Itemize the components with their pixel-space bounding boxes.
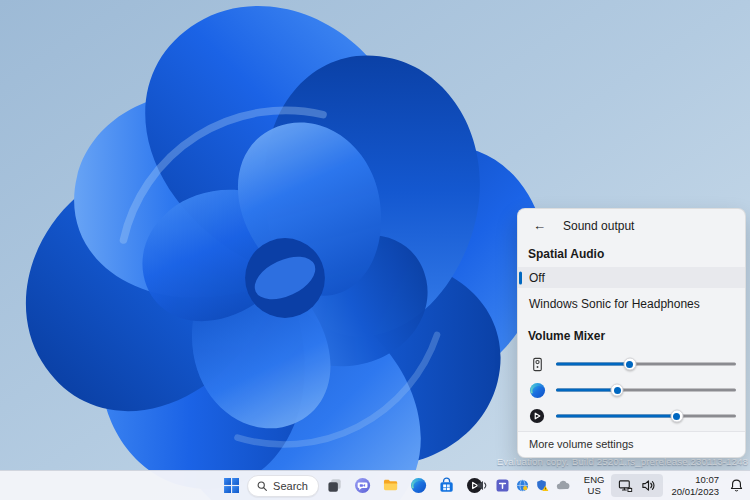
audio-app-tray-icon[interactable] bbox=[476, 479, 489, 492]
network-icon bbox=[618, 478, 633, 493]
teams-tray-icon[interactable] bbox=[496, 479, 509, 492]
clock[interactable]: 10:07 20/01/2023 bbox=[664, 474, 725, 497]
edge-button[interactable] bbox=[407, 474, 431, 498]
windows-logo-icon bbox=[224, 478, 239, 493]
option-label: Off bbox=[529, 271, 545, 285]
flyout-title: Sound output bbox=[563, 219, 634, 233]
globe-tray-icon[interactable] bbox=[516, 479, 529, 492]
chat-icon bbox=[354, 477, 371, 494]
security-warning-tray-icon[interactable] bbox=[536, 479, 549, 492]
onedrive-cloud-tray-icon[interactable] bbox=[556, 479, 570, 492]
language-indicator[interactable]: ENG US bbox=[578, 475, 611, 497]
language-line1: ENG bbox=[584, 475, 605, 486]
system-volume-slider[interactable] bbox=[556, 357, 736, 371]
quick-settings-button[interactable] bbox=[611, 474, 663, 497]
back-icon[interactable]: ← bbox=[531, 218, 548, 233]
speaker-device-icon bbox=[528, 355, 546, 373]
bell-icon bbox=[729, 478, 744, 493]
edge-icon bbox=[410, 477, 427, 494]
chat-button[interactable] bbox=[351, 474, 375, 498]
volume-mixer bbox=[518, 349, 745, 429]
slider-fill bbox=[556, 389, 617, 392]
task-view-button[interactable] bbox=[323, 474, 347, 498]
more-volume-settings-link[interactable]: More volume settings bbox=[518, 431, 745, 457]
slider-thumb[interactable] bbox=[611, 384, 624, 397]
sound-output-flyout: ← Sound output Spatial Audio Off Windows… bbox=[517, 208, 746, 458]
slider-fill bbox=[556, 415, 677, 418]
taskbar-center-icons: Search bbox=[219, 471, 487, 500]
file-explorer-folder-icon bbox=[382, 477, 399, 494]
search-icon bbox=[256, 480, 268, 492]
mixer-row-edge bbox=[518, 377, 745, 403]
clock-date: 20/01/2023 bbox=[671, 486, 719, 497]
start-button[interactable] bbox=[219, 474, 243, 498]
slider-fill bbox=[556, 363, 630, 366]
task-view-icon bbox=[326, 477, 343, 494]
microsoft-store-icon bbox=[438, 477, 455, 494]
taskbar: Search bbox=[0, 470, 750, 500]
language-line2: US bbox=[584, 486, 605, 497]
search-label: Search bbox=[273, 480, 308, 492]
volume-mixer-heading: Volume Mixer bbox=[518, 319, 745, 349]
mixer-row-system bbox=[518, 351, 745, 377]
spatial-audio-option-off[interactable]: Off bbox=[518, 267, 745, 288]
notification-center-button[interactable] bbox=[726, 474, 746, 498]
tray-hidden-icons bbox=[474, 479, 577, 492]
media-player-icon bbox=[528, 407, 546, 425]
file-explorer-button[interactable] bbox=[379, 474, 403, 498]
edge-icon bbox=[528, 381, 546, 399]
clock-time: 10:07 bbox=[671, 474, 719, 485]
microsoft-store-button[interactable] bbox=[435, 474, 459, 498]
slider-thumb[interactable] bbox=[670, 410, 683, 423]
system-tray: ENG US 10:07 bbox=[474, 471, 746, 500]
mixer-row-media-player bbox=[518, 403, 745, 429]
slider-thumb[interactable] bbox=[623, 358, 636, 371]
volume-icon bbox=[641, 478, 656, 493]
option-label: Windows Sonic for Headphones bbox=[529, 297, 700, 311]
spatial-audio-option-windows-sonic[interactable]: Windows Sonic for Headphones bbox=[518, 293, 745, 314]
media-player-volume-slider[interactable] bbox=[556, 409, 736, 423]
edge-volume-slider[interactable] bbox=[556, 383, 736, 397]
flyout-header: ← Sound output bbox=[518, 209, 745, 240]
search-button[interactable]: Search bbox=[247, 475, 319, 497]
spatial-audio-heading: Spatial Audio bbox=[518, 240, 745, 267]
